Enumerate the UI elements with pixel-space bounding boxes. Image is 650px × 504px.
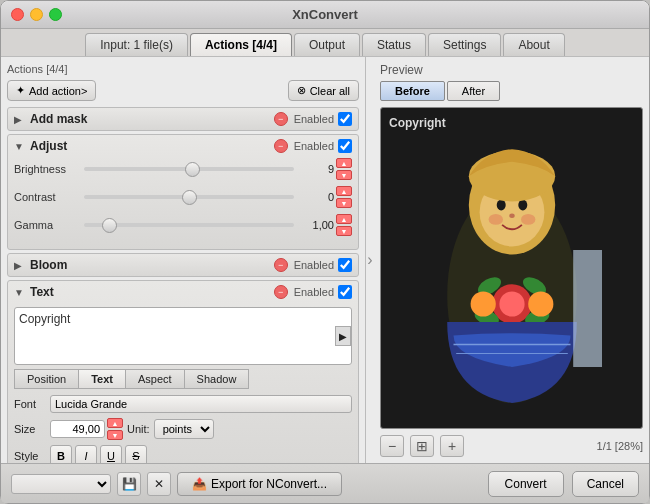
contrast-down-button[interactable]: ▼ (336, 198, 352, 208)
size-up-button[interactable]: ▲ (107, 418, 123, 428)
cancel-button[interactable]: Cancel (572, 471, 639, 497)
expand-adjust-icon[interactable]: ▼ (14, 141, 24, 151)
preview-controls: − ⊞ + (380, 435, 464, 457)
text-sub-tabs: Position Text Aspect Shadow (14, 369, 352, 389)
tab-input[interactable]: Input: 1 file(s) (85, 33, 188, 56)
page-info: 1/1 [28%] (597, 440, 643, 452)
action-bloom-label: Bloom (30, 258, 268, 272)
expand-text-icon[interactable]: ▼ (14, 287, 24, 297)
contrast-label: Contrast (14, 191, 84, 203)
brightness-slider[interactable] (84, 167, 294, 171)
profile-select[interactable] (11, 474, 111, 494)
clear-all-button[interactable]: ⊗ Clear all (288, 80, 359, 101)
subtab-position[interactable]: Position (14, 369, 78, 389)
before-button[interactable]: Before (380, 81, 445, 101)
size-down-button[interactable]: ▼ (107, 430, 123, 440)
contrast-slider[interactable] (84, 195, 294, 199)
svg-point-15 (470, 291, 495, 316)
right-panel: Preview Before After Copyright (374, 57, 649, 463)
expand-add-mask-icon[interactable]: ▶ (14, 114, 24, 124)
svg-point-5 (509, 214, 514, 219)
minimize-button[interactable] (30, 8, 43, 21)
fit-button[interactable]: ⊞ (410, 435, 434, 457)
size-stepper: ▲ ▼ (107, 417, 123, 441)
subtab-shadow[interactable]: Shadow (184, 369, 250, 389)
add-action-button[interactable]: ✦ Add action> (7, 80, 96, 101)
expand-bloom-icon[interactable]: ▶ (14, 260, 24, 270)
panel-divider[interactable] (366, 57, 374, 463)
tab-output[interactable]: Output (294, 33, 360, 56)
add-action-label: Add action> (29, 85, 87, 97)
remove-adjust-button[interactable]: − (274, 139, 288, 153)
svg-point-7 (521, 214, 535, 225)
size-label: Size (14, 423, 50, 435)
preview-image: Copyright (380, 107, 643, 429)
underline-button[interactable]: U (100, 445, 122, 463)
svg-point-16 (528, 291, 553, 316)
remove-bloom-button[interactable]: − (274, 258, 288, 272)
doll-illustration (422, 113, 602, 423)
close-button[interactable] (11, 8, 24, 21)
brightness-value: 9 (298, 163, 334, 175)
before-after-row: Before After (380, 81, 643, 101)
unit-select[interactable]: points (154, 419, 214, 439)
text-enabled-checkbox[interactable] (338, 285, 352, 299)
actions-header: Actions [4/4] (7, 63, 359, 75)
subtab-text[interactable]: Text (78, 369, 125, 389)
size-input[interactable] (50, 420, 105, 438)
delete-profile-button[interactable]: ✕ (147, 472, 171, 496)
clear-all-label: Clear all (310, 85, 350, 97)
action-adjust-header: ▼ Adjust − Enabled (14, 139, 352, 153)
gamma-down-button[interactable]: ▼ (336, 226, 352, 236)
tabs-bar: Input: 1 file(s) Actions [4/4] Output St… (1, 29, 649, 56)
bottom-right: Convert Cancel (488, 471, 639, 497)
left-panel: Actions [4/4] ✦ Add action> ⊗ Clear all … (1, 57, 366, 463)
traffic-lights (11, 8, 62, 21)
svg-point-10 (499, 291, 524, 316)
contrast-up-button[interactable]: ▲ (336, 186, 352, 196)
subtab-aspect[interactable]: Aspect (125, 369, 184, 389)
brightness-down-button[interactable]: ▼ (336, 170, 352, 180)
tab-about[interactable]: About (503, 33, 564, 56)
strikethrough-button[interactable]: S (125, 445, 147, 463)
gamma-slider[interactable] (84, 223, 294, 227)
tab-status[interactable]: Status (362, 33, 426, 56)
brightness-row: Brightness 9 ▲ ▼ (14, 157, 352, 181)
bloom-enabled-checkbox[interactable] (338, 258, 352, 272)
font-select[interactable]: Lucida Grande (50, 395, 352, 413)
save-profile-button[interactable]: 💾 (117, 472, 141, 496)
preview-label: Preview (380, 63, 643, 77)
brightness-label: Brightness (14, 163, 84, 175)
after-button[interactable]: After (447, 81, 500, 101)
bold-button[interactable]: B (50, 445, 72, 463)
tab-settings[interactable]: Settings (428, 33, 501, 56)
size-row: Size ▲ ▼ Unit: points (14, 417, 352, 441)
remove-add-mask-button[interactable]: − (274, 112, 288, 126)
text-scroll-right[interactable]: ▶ (335, 326, 351, 346)
italic-button[interactable]: I (75, 445, 97, 463)
brightness-up-button[interactable]: ▲ (336, 158, 352, 168)
add-mask-enabled-label: Enabled (294, 113, 334, 125)
svg-point-6 (488, 214, 502, 225)
adjust-body: Brightness 9 ▲ ▼ Contrast 0 (14, 153, 352, 245)
add-mask-enabled-checkbox[interactable] (338, 112, 352, 126)
tab-actions[interactable]: Actions [4/4] (190, 33, 292, 56)
bottom-left: 💾 ✕ 📤 Export for NConvert... (11, 472, 342, 496)
text-content[interactable]: Copyright (19, 312, 70, 326)
zoom-in-button[interactable]: + (440, 435, 464, 457)
gamma-up-button[interactable]: ▲ (336, 214, 352, 224)
export-button[interactable]: 📤 Export for NConvert... (177, 472, 342, 496)
gamma-value: 1,00 (298, 219, 334, 231)
action-adjust: ▼ Adjust − Enabled Brightness 9 ▲ ▼ (7, 134, 359, 250)
zoom-out-button[interactable]: − (380, 435, 404, 457)
convert-button[interactable]: Convert (488, 471, 564, 497)
gamma-label: Gamma (14, 219, 84, 231)
text-input-wrapper: Copyright ▶ (14, 307, 352, 365)
maximize-button[interactable] (49, 8, 62, 21)
unit-label: Unit: (127, 423, 150, 435)
action-text: ▼ Text − Enabled Copyright ▶ Position Te… (7, 280, 359, 463)
preview-bottom: − ⊞ + 1/1 [28%] (380, 435, 643, 457)
remove-text-button[interactable]: − (274, 285, 288, 299)
window-title: XnConvert (292, 7, 358, 22)
adjust-enabled-checkbox[interactable] (338, 139, 352, 153)
